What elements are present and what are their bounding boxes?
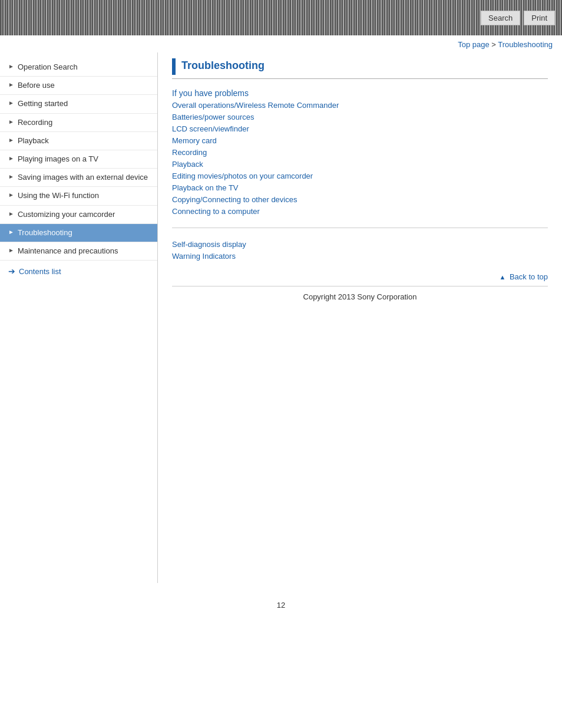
sidebar-item-label: Operation Search [18, 62, 78, 73]
link-computer[interactable]: Connecting to a computer [172, 207, 548, 216]
problems-links-list: Overall operations/Wireless Remote Comma… [172, 101, 548, 216]
arrow-icon: ► [8, 63, 14, 70]
sidebar-item-label: Playing images on a TV [18, 154, 98, 164]
arrow-icon: ► [8, 118, 14, 125]
arrow-icon: ► [8, 81, 14, 88]
sidebar-item-playing-images[interactable]: ► Playing images on a TV [0, 150, 157, 169]
sidebar-item-label: Customizing your camcorder [18, 209, 115, 220]
other-links-list: Self-diagnosis display Warning Indicator… [172, 240, 548, 261]
triangle-icon: ▲ [499, 274, 505, 281]
sidebar-item-label: Troubleshooting [18, 228, 72, 238]
sidebar-item-label: Playback [18, 136, 49, 146]
sidebar-item-wifi[interactable]: ► Using the Wi-Fi function [0, 187, 157, 205]
breadcrumb-current[interactable]: Troubleshooting [498, 40, 553, 49]
sidebar: ► Operation Search ► Before use ► Gettin… [0, 52, 158, 583]
page-number: 12 [0, 601, 562, 610]
sidebar-item-label: Before use [18, 80, 55, 91]
main-content: Troubleshooting If you have problems Ove… [158, 52, 562, 583]
sidebar-item-playback[interactable]: ► Playback [0, 132, 157, 150]
arrow-icon: ► [8, 137, 14, 143]
print-button[interactable]: Print [524, 11, 555, 25]
sidebar-item-getting-started[interactable]: ► Getting started [0, 95, 157, 113]
arrow-icon: ► [8, 192, 14, 198]
sidebar-item-label: Using the Wi-Fi function [18, 190, 99, 201]
link-copying[interactable]: Copying/Connecting to other devices [172, 195, 548, 204]
sidebar-item-customizing[interactable]: ► Customizing your camcorder [0, 206, 157, 224]
sidebar-item-label: Maintenance and precautions [18, 246, 118, 256]
contents-list-label: Contents list [19, 267, 61, 276]
link-self-diagnosis[interactable]: Self-diagnosis display [172, 240, 548, 249]
back-to-top-label: Back to top [510, 272, 548, 281]
link-memory-card[interactable]: Memory card [172, 136, 548, 145]
link-overall-operations[interactable]: Overall operations/Wireless Remote Comma… [172, 101, 548, 110]
section-divider [172, 228, 548, 228]
arrow-icon: ► [8, 155, 14, 162]
footer-divider [172, 286, 548, 286]
link-recording[interactable]: Recording [172, 148, 548, 157]
header: Search Print [0, 0, 562, 35]
link-playback[interactable]: Playback [172, 160, 548, 169]
arrow-icon: ► [8, 173, 14, 180]
breadcrumb: Top page > Troubleshooting [0, 35, 562, 52]
title-accent-bar [172, 58, 176, 75]
sidebar-item-maintenance[interactable]: ► Maintenance and precautions [0, 242, 157, 261]
search-button[interactable]: Search [481, 11, 520, 25]
copyright: Copyright 2013 Sony Corporation [172, 292, 548, 301]
link-batteries[interactable]: Batteries/power sources [172, 113, 548, 121]
sidebar-item-label: Recording [18, 117, 52, 128]
sidebar-item-before-use[interactable]: ► Before use [0, 77, 157, 95]
breadcrumb-separator: > [491, 40, 498, 49]
arrow-icon: ► [8, 100, 14, 106]
sidebar-item-recording[interactable]: ► Recording [0, 114, 157, 132]
arrow-icon: ► [8, 247, 14, 253]
sidebar-item-saving-images[interactable]: ► Saving images with an external device [0, 169, 157, 187]
arrow-right-icon: ➔ [8, 266, 15, 276]
contents-list-link[interactable]: ➔ Contents list [0, 261, 157, 282]
arrow-icon: ► [8, 229, 14, 235]
page-title-bar: Troubleshooting [172, 58, 548, 79]
link-warning-indicators[interactable]: Warning Indicators [172, 252, 548, 261]
sidebar-item-label: Saving images with an external device [18, 172, 148, 183]
sidebar-item-label: Getting started [18, 98, 68, 109]
link-lcd-screen[interactable]: LCD screen/viewfinder [172, 124, 548, 133]
back-to-top[interactable]: ▲ Back to top [172, 272, 548, 281]
sidebar-item-troubleshooting[interactable]: ► Troubleshooting [0, 224, 157, 242]
page-title: Troubleshooting [181, 58, 265, 75]
link-editing[interactable]: Editing movies/photos on your camcorder [172, 172, 548, 180]
section-problems-heading[interactable]: If you have problems [172, 88, 249, 98]
sidebar-item-operation-search[interactable]: ► Operation Search [0, 58, 157, 77]
link-playback-tv[interactable]: Playback on the TV [172, 183, 548, 192]
main-layout: ► Operation Search ► Before use ► Gettin… [0, 52, 562, 583]
arrow-icon: ► [8, 210, 14, 217]
breadcrumb-top-link[interactable]: Top page [458, 40, 490, 49]
